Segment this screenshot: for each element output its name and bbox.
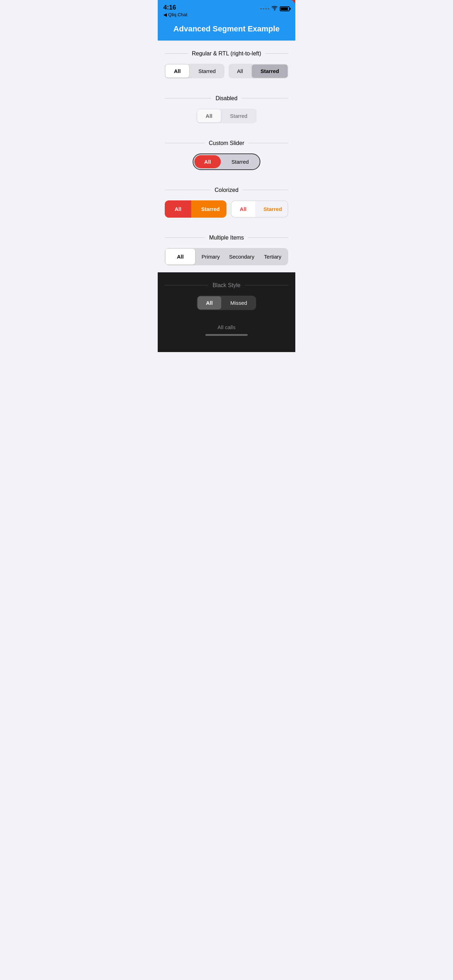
all-calls-label: All calls — [218, 324, 236, 330]
section-label-colorized: Colorized — [215, 187, 238, 193]
segment-btn-all-disabled: All — [197, 109, 221, 123]
status-time: 4:16 — [163, 4, 188, 11]
section-disabled: Disabled All Starred — [158, 85, 295, 130]
divider-multiple-items: Multiple Items — [165, 235, 288, 241]
status-bar: 4:16 ◀ Qliq Chat — [158, 0, 295, 20]
divider-line-right-colorized — [243, 190, 288, 190]
segment-btn-all-colorized-outline[interactable]: All — [231, 201, 255, 217]
signal-icon — [261, 8, 269, 10]
multiple-items-row: All Primary Secondary Tertiary — [165, 248, 288, 265]
divider-line-left-colorized — [165, 190, 210, 190]
segment-multiple-items: All Primary Secondary Tertiary — [165, 248, 288, 265]
status-nav-bar: DEBUG 4:16 ◀ Qliq Chat — [158, 0, 295, 41]
colorized-row: All Starred All Starred — [165, 200, 288, 218]
segment-btn-all-black[interactable]: All — [197, 296, 221, 309]
section-label-black-style: Black Style — [212, 282, 240, 289]
segment-btn-starred-colorized-filled[interactable]: Starred — [191, 200, 226, 218]
segment-black-style: All Missed — [197, 296, 256, 310]
battery-icon — [280, 6, 290, 11]
segment-btn-all-custom[interactable]: All — [194, 155, 221, 168]
segment-custom-slider: All Starred — [192, 153, 261, 170]
section-multiple-items: Multiple Items All Primary Secondary Ter… — [158, 225, 295, 272]
section-regular-rtl: Regular & RTL (right-to-left) All Starre… — [158, 41, 295, 85]
segment-colorized-filled: All Starred — [165, 200, 227, 218]
section-colorized: Colorized All Starred All Starred — [158, 177, 295, 225]
divider-line-left-black — [165, 285, 208, 285]
divider-custom-slider: Custom Slider — [165, 140, 288, 146]
divider-black-style: Black Style — [165, 282, 288, 289]
bottom-indicator — [205, 334, 248, 336]
divider-line-left-multiple — [165, 237, 205, 238]
page-title: Advanced Segment Example — [163, 24, 290, 33]
nav-bar: Advanced Segment Example — [158, 20, 295, 41]
divider-line-right-black — [245, 285, 288, 285]
segment-rtl: Starred All — [229, 64, 288, 78]
segment-btn-starred-rtl[interactable]: Starred — [252, 65, 288, 78]
status-icons — [261, 6, 290, 12]
segment-btn-all-regular[interactable]: All — [165, 65, 189, 78]
segment-regular: All Starred — [165, 64, 224, 78]
segment-btn-primary-multiple[interactable]: Primary — [196, 249, 226, 264]
divider-colorized: Colorized — [165, 187, 288, 193]
svg-point-0 — [274, 10, 275, 11]
segment-btn-missed-black[interactable]: Missed — [222, 296, 256, 309]
all-calls-area: All calls — [165, 324, 288, 342]
segment-btn-all-rtl[interactable]: All — [229, 65, 251, 78]
section-label-multiple-items: Multiple Items — [209, 235, 244, 241]
divider-line-left — [165, 53, 188, 54]
section-label-disabled: Disabled — [216, 95, 237, 102]
section-black-style: Black Style All Missed All calls — [158, 272, 295, 352]
segment-btn-tertiary-multiple[interactable]: Tertiary — [258, 249, 288, 264]
section-label-regular-rtl: Regular & RTL (right-to-left) — [192, 51, 261, 57]
custom-slider-row: All Starred — [165, 153, 288, 170]
divider-line-left-disabled — [165, 98, 211, 99]
segment-btn-secondary-multiple[interactable]: Secondary — [226, 249, 257, 264]
segment-btn-all-colorized-filled[interactable]: All — [165, 200, 191, 218]
section-custom-slider: Custom Slider All Starred — [158, 130, 295, 177]
main-content: Regular & RTL (right-to-left) All Starre… — [158, 41, 295, 272]
regular-rtl-row: All Starred Starred All — [165, 64, 288, 78]
segment-btn-all-multiple[interactable]: All — [165, 249, 195, 264]
segment-btn-starred-regular[interactable]: Starred — [190, 65, 224, 78]
divider-line-right-multiple — [248, 237, 288, 238]
divider-line-right — [265, 53, 288, 54]
black-style-row: All Missed — [165, 296, 288, 310]
back-button[interactable]: ◀ Qliq Chat — [163, 12, 188, 17]
wifi-icon — [271, 6, 278, 12]
segment-btn-starred-disabled: Starred — [222, 109, 256, 123]
divider-disabled: Disabled — [165, 95, 288, 102]
segment-colorized-outline: All Starred — [231, 200, 288, 218]
divider-regular-rtl: Regular & RTL (right-to-left) — [165, 51, 288, 57]
section-label-custom-slider: Custom Slider — [209, 140, 244, 146]
segment-disabled: All Starred — [197, 109, 256, 123]
segment-btn-starred-colorized-outline[interactable]: Starred — [255, 201, 288, 217]
segment-btn-starred-custom[interactable]: Starred — [222, 155, 259, 168]
disabled-row: All Starred — [165, 109, 288, 123]
divider-line-right-disabled — [242, 98, 288, 99]
